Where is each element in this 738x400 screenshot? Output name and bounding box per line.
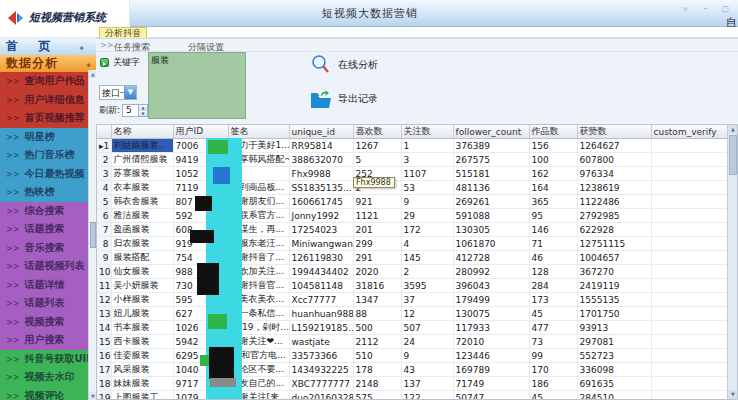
cell-unique_id: 160661745 xyxy=(289,195,353,209)
table-row[interactable]: 19上图服装工...1079感谢关注[来...duo20160328575122… xyxy=(97,391,729,400)
cell-name: 衣本服装 xyxy=(111,181,173,195)
scroll-up-icon[interactable]: ▲ xyxy=(728,125,738,134)
window-controls: ▾ – ▢ xyxy=(679,2,732,13)
sidebar-item-13[interactable]: >>话题列表 xyxy=(0,294,88,313)
row-selector[interactable]: 14 xyxy=(97,321,111,335)
table-row[interactable]: 15西卡服装5942谢谢关注❤...wastjate21122472010732… xyxy=(97,335,729,349)
cell-follows: 3595 xyxy=(401,279,453,293)
cell-unique_id: 126119830 xyxy=(289,251,353,265)
row-selector[interactable]: 2 xyxy=(97,153,111,167)
column-header[interactable]: 用户ID xyxy=(173,125,228,139)
table-row[interactable]: 2广州倩熙服装9419分享韩风搭配~3886320705326757510060… xyxy=(97,153,729,167)
table-row[interactable]: ▸1刘姑娘服装..7006致力于美好1...RR9581412671376389… xyxy=(97,139,729,153)
cell-name: 韩衣舍服装 xyxy=(111,195,173,209)
table-row[interactable]: 5韩衣舍服装807感谢朋友们...16066174592192692613651… xyxy=(97,195,729,209)
export-records-button[interactable]: 导出记录 xyxy=(310,89,378,109)
minimize-icon[interactable]: – xyxy=(699,2,712,13)
magnifier-icon xyxy=(310,54,332,76)
sidebar-item-15[interactable]: >>用户搜索 xyxy=(0,331,88,350)
cell-praised: 622928 xyxy=(577,223,651,237)
table-row[interactable]: 16佳姿服装6295vx和官方电...335733665109123446995… xyxy=(97,349,729,363)
pin-icon[interactable]: ▾ xyxy=(679,2,692,13)
sidebar-scrollbar[interactable]: ▲ ▼ xyxy=(88,70,96,400)
row-selector[interactable]: 13 xyxy=(97,307,111,321)
scrollbar-thumb[interactable] xyxy=(729,135,737,175)
sidebar-item-12[interactable]: >>话题详情 xyxy=(0,276,88,295)
cell-follows: 53 xyxy=(401,181,453,195)
sidebar-item-3[interactable]: >>首页视频推荐 xyxy=(0,109,88,128)
sidebar-item-16[interactable]: >>抖音号获取UID xyxy=(0,350,88,369)
table-row[interactable]: 10仙女服装988喜欢加关注...19944344022020228099212… xyxy=(97,265,729,279)
sidebar-item-2[interactable]: >>用户详细信息 xyxy=(0,91,88,110)
sidebar-item-9[interactable]: >>话题搜索 xyxy=(0,220,88,239)
refresh-stepper[interactable]: 5 ▲ ▼ xyxy=(122,104,148,117)
table-row[interactable]: 4衣本服装7119请到商品板...SS1835135...25348113616… xyxy=(97,181,729,195)
maximize-icon[interactable]: ▢ xyxy=(719,2,732,13)
row-selector[interactable]: 16 xyxy=(97,349,111,363)
sidebar-header-data-analysis[interactable]: 数据分析✦ xyxy=(0,55,96,72)
table-row[interactable]: 9服装搭配754感谢抖音了...126119830291145412728461… xyxy=(97,251,729,265)
cell-follower: 123446 xyxy=(453,349,529,363)
table-row[interactable]: 18妹妹服装9717你发自己的...XBC7777777214813771749… xyxy=(97,377,729,391)
sidebar-item-5[interactable]: >>热门音乐榜 xyxy=(0,146,88,165)
sidebar-item-8[interactable]: >>综合搜索 xyxy=(0,202,88,221)
sidebar-item-11[interactable]: >>话题视频列表 xyxy=(0,257,88,276)
sidebar-item-14[interactable]: >>视频搜索 xyxy=(0,313,88,332)
table-scrollbar[interactable]: ▲ ▼ xyxy=(727,125,737,399)
cell-works: 156 xyxy=(529,139,577,153)
column-header[interactable]: unique_id xyxy=(289,125,353,139)
row-selector[interactable]: ▸1 xyxy=(97,139,111,153)
row-selector[interactable]: 15 xyxy=(97,335,111,349)
sidebar-item-10[interactable]: >>音乐搜索 xyxy=(0,239,88,258)
sidebar-item-label: 视频搜索 xyxy=(24,316,64,327)
cell-name: 风采服装 xyxy=(111,363,173,377)
row-selector[interactable]: 11 xyxy=(97,279,111,293)
column-header[interactable]: 名称 xyxy=(111,125,173,139)
table-row[interactable]: 6雅洁服装592请联系官方...Jonny1992112129591088952… xyxy=(97,209,729,223)
table-row[interactable]: 14书本服装10262019，剁时...L159219185...5005071… xyxy=(97,321,729,335)
table-row[interactable]: 12小样服装595嗮美衣美衣...Xcc77777134737179499173… xyxy=(97,293,729,307)
table-row[interactable]: 3苏寨服装1052Fhx99882521107515181162976334 xyxy=(97,167,729,181)
row-selector[interactable]: 9 xyxy=(97,251,111,265)
sidebar-header-home[interactable]: 首 页✦ xyxy=(0,38,96,55)
row-selector[interactable]: 7 xyxy=(97,223,111,237)
api-select[interactable]: 接口一 ▼ xyxy=(99,85,137,100)
cell-name: 广州倩熙服装 xyxy=(111,153,173,167)
row-selector[interactable]: 5 xyxy=(97,195,111,209)
table-row[interactable]: 17风采服装1040评论区不要...1434932225178431697891… xyxy=(97,363,729,377)
tab-analyze-douyin[interactable]: 分析抖音 xyxy=(99,27,147,38)
row-selector[interactable]: 19 xyxy=(97,391,111,400)
row-selector[interactable]: 8 xyxy=(97,237,111,251)
chevron-down-icon[interactable]: ▼ xyxy=(124,86,136,99)
sidebar-item-4[interactable]: >>明星榜 xyxy=(0,128,88,147)
column-header[interactable]: 获赞数 xyxy=(577,125,651,139)
row-selector[interactable]: 4 xyxy=(97,181,111,195)
column-header[interactable]: 作品数 xyxy=(529,125,577,139)
column-header[interactable]: custom_verify xyxy=(651,125,729,139)
cell-follower: 50747 xyxy=(453,391,529,400)
table-row[interactable]: 13妞儿服装627每一条私信...huanhuan988881213007545… xyxy=(97,307,729,321)
scroll-down-icon[interactable]: ▼ xyxy=(728,390,738,399)
sidebar-item-7[interactable]: >>热映榜 xyxy=(0,183,88,202)
column-header[interactable]: follower_count xyxy=(453,125,529,139)
row-selector[interactable]: 12 xyxy=(97,293,111,307)
row-selector[interactable]: 3 xyxy=(97,167,111,181)
table-row[interactable]: 11吴小妍服装730感谢抖音官...1045811483181635953960… xyxy=(97,279,729,293)
keyword-input[interactable]: 服装 xyxy=(148,52,246,119)
sidebar-item-1[interactable]: >>查询用户作品 xyxy=(0,72,88,91)
redaction-mask xyxy=(190,230,214,243)
cell-likes: 575 xyxy=(353,391,401,400)
column-header[interactable]: 关注数 xyxy=(401,125,453,139)
row-selector[interactable]: 10 xyxy=(97,265,111,279)
column-header[interactable]: 喜欢数 xyxy=(353,125,401,139)
online-analysis-button[interactable]: 在线分析 xyxy=(310,54,378,76)
spin-down-icon[interactable]: ▼ xyxy=(138,111,147,117)
sidebar-item-6[interactable]: >>今日最热视频 xyxy=(0,165,88,184)
column-header[interactable]: 签名 xyxy=(228,125,289,139)
row-selector[interactable]: 6 xyxy=(97,209,111,223)
row-selector[interactable]: 17 xyxy=(97,363,111,377)
sidebar-item-18[interactable]: >>视频评论 xyxy=(0,387,88,400)
cell-likes: 291 xyxy=(353,251,401,265)
sidebar-item-17[interactable]: >>视频去水印 xyxy=(0,368,88,387)
row-selector[interactable]: 18 xyxy=(97,377,111,391)
